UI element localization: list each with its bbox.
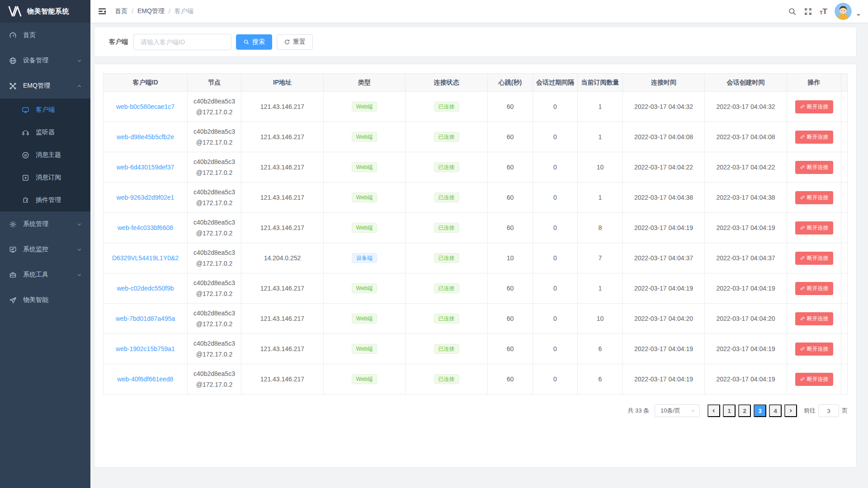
table-header-row: 客户端ID节点IP地址类型连接状态心跳(秒)会话过期间隔当前订阅数量连接时间会话… [104,74,848,92]
session-expiry-cell: 0 [533,92,578,122]
reset-button[interactable]: 重置 [277,34,313,50]
sidebar-item-emq-management[interactable]: EMQ管理 [0,73,90,99]
search-icon[interactable] [788,7,797,16]
dashboard-icon [9,32,17,39]
node-name: c40b2d8ea5c3 [190,217,239,228]
page-button-1[interactable]: 1 [723,404,736,417]
client-id-link[interactable]: web-fe4c033bf6608 [118,224,173,231]
breadcrumb-item-emq[interactable]: EMQ管理 [137,7,165,15]
font-size-icon[interactable]: TT [820,8,827,15]
breadcrumb-item-current: 客户端 [175,7,193,15]
table-scrollbar-gutter [841,243,848,273]
client-id-link[interactable]: web-40f6df661eed8 [118,375,174,383]
sidebar-item-wumei-smart[interactable]: 物美智能 [0,287,90,313]
node-cell: c40b2d8ea5c3@172.17.0.2 [188,213,241,243]
page-button-4[interactable]: 4 [769,404,782,417]
sidebar-fold-icon[interactable] [98,7,107,16]
node-name: c40b2d8ea5c3 [190,126,239,137]
client-id-link[interactable]: web-d98e45b5cfb2e [117,133,174,141]
column-header: IP地址 [241,74,324,92]
type-tag: Web端 [352,192,377,202]
type-cell: Web端 [324,152,406,183]
sidebar-item-system-tools[interactable]: 系统工具 [0,262,90,287]
ip-cell: 121.43.146.217 [241,152,324,183]
disconnect-button[interactable]: 断开连接 [795,161,833,174]
sidebar-item-label: 插件管理 [36,196,82,204]
disconnect-button[interactable]: 断开连接 [795,131,833,144]
hub-icon [9,82,17,90]
next-page-button[interactable] [784,404,797,417]
status-tag: 已连接 [434,314,459,324]
sidebar-menu: 首页设备管理EMQ管理客户端监听器@消息主题消息订阅插件管理系统管理系统监控系统… [0,23,90,313]
client-id-link[interactable]: web-c02dedc550f9b [117,285,174,292]
sidebar-item-home[interactable]: 首页 [0,23,90,48]
type-cell: Web端 [324,213,406,243]
status-tag: 已连接 [434,192,459,202]
table-body: web-b0c580ecae1c7c40b2d8ea5c3@172.17.0.2… [104,92,848,394]
sidebar-item-message-subscriptions[interactable]: 消息订阅 [0,166,90,189]
disconnect-button[interactable]: 断开连接 [795,221,833,235]
subscribe-icon [22,174,29,182]
client-id-link[interactable]: web-6d430159def37 [117,164,175,171]
sidebar-item-label: 物美智能 [23,296,82,304]
client-id-link[interactable]: web-b0c580ecae1c7 [116,103,175,110]
sidebar-item-message-topics[interactable]: @消息主题 [0,144,90,166]
app-root: 物美智能系统 首页设备管理EMQ管理客户端监听器@消息主题消息订阅插件管理系统管… [0,0,868,488]
caret-down-icon[interactable] [856,14,861,17]
heartbeat-cell: 60 [488,334,533,364]
disconnect-button[interactable]: 断开连接 [795,312,833,325]
topic-icon: @ [22,151,29,159]
avatar[interactable] [835,3,852,20]
status-cell: 已连接 [406,152,488,183]
sidebar-item-clients[interactable]: 客户端 [0,99,90,121]
sidebar-item-system-management[interactable]: 系统管理 [0,211,90,237]
client-id-link[interactable]: web-9263d2d9f02e1 [117,194,175,201]
action-cell: 断开连接 [787,152,841,183]
heartbeat-cell: 60 [488,183,533,213]
client-id-link[interactable]: web-1902c15b759a1 [116,345,175,352]
chevron-left-icon [711,408,717,413]
node-address: @172.17.0.2 [190,197,239,208]
page-size-select[interactable]: 10条/页 [655,404,700,417]
logo-icon [7,6,23,17]
column-header: 客户端ID [104,74,188,92]
page-button-2[interactable]: 2 [738,404,751,417]
status-cell: 已连接 [406,243,488,273]
node-address: @172.17.0.2 [190,228,239,239]
sidebar-item-label: 系统监控 [23,245,76,253]
goto-page-input[interactable] [818,404,839,417]
client-id-input[interactable] [133,34,231,50]
fullscreen-icon[interactable] [804,7,812,16]
disconnect-button[interactable]: 断开连接 [795,252,833,265]
unlink-icon [800,164,805,170]
chevron-down-icon [690,408,696,413]
subscriptions-cell: 10 [578,152,623,183]
table-row: web-b0c580ecae1c7c40b2d8ea5c3@172.17.0.2… [104,92,848,122]
chevron-down-icon [76,247,82,253]
app-logo[interactable]: 物美智能系统 [0,0,90,23]
client-id-link[interactable]: web-7bd01d87a495a [116,315,175,322]
subscriptions-cell: 10 [578,304,623,334]
disconnect-button[interactable]: 断开连接 [795,191,833,204]
sidebar-item-plugin-management[interactable]: 插件管理 [0,189,90,211]
unlink-icon [800,134,805,140]
sidebar-item-listeners[interactable]: 监听器 [0,121,90,144]
session-expiry-cell: 0 [533,273,578,304]
ip-cell: 121.43.146.217 [241,183,324,213]
subscriptions-cell: 1 [578,92,623,122]
disconnect-button[interactable]: 断开连接 [795,373,833,386]
search-button[interactable]: 搜索 [236,34,272,50]
page-button-3[interactable]: 3 [754,404,766,417]
chevron-right-icon [788,408,793,413]
sidebar-item-system-monitoring[interactable]: 系统监控 [0,237,90,262]
prev-page-button[interactable] [708,404,720,417]
disconnect-button[interactable]: 断开连接 [795,343,833,356]
breadcrumb-item-home[interactable]: 首页 [115,7,127,15]
unlink-icon [800,286,805,291]
unlink-icon [800,195,805,200]
disconnect-button[interactable]: 断开连接 [795,100,833,113]
type-tag: 设备端 [352,253,377,263]
client-id-link[interactable]: D6329VL54419L1Y0&2 [112,254,179,262]
sidebar-item-device-management[interactable]: 设备管理 [0,48,90,73]
disconnect-button[interactable]: 断开连接 [795,282,833,295]
